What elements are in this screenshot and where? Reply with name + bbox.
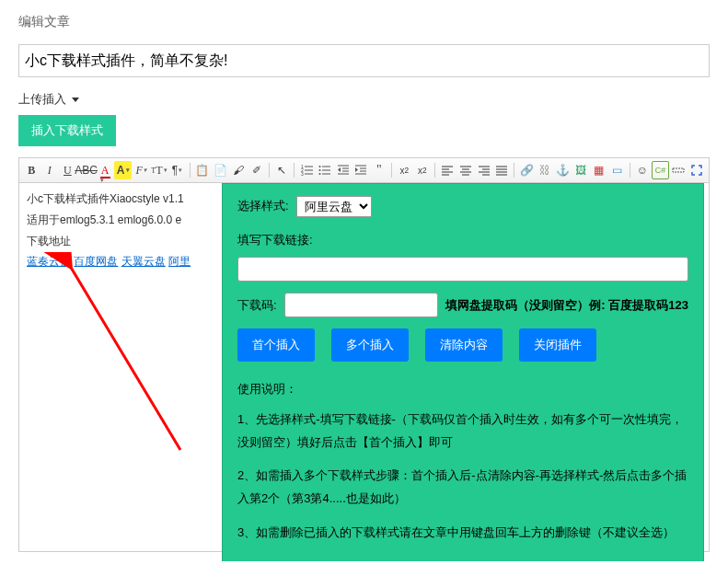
bold-icon[interactable]: B	[23, 161, 40, 179]
align-center-icon[interactable]	[457, 161, 475, 179]
ordered-list-icon[interactable]: 123	[298, 161, 316, 179]
annotation-arrow	[38, 252, 203, 464]
multi-insert-button[interactable]: 多个插入	[331, 328, 409, 362]
editor-toolbar: B I U ABC A A F TT ¶ 📋 📄 🖌 ✐ ↖ 123 " x2 …	[19, 158, 709, 183]
svg-line-39	[70, 266, 180, 450]
italic-icon[interactable]: I	[41, 161, 59, 179]
smiley-icon[interactable]: ☺	[634, 161, 652, 179]
first-insert-button[interactable]: 首个插入	[237, 328, 315, 362]
font-family-icon[interactable]: F	[133, 161, 150, 179]
style-select[interactable]: 阿里云盘	[296, 196, 372, 217]
svg-marker-21	[355, 167, 358, 172]
instructions-heading: 使用说明：	[237, 378, 688, 401]
upload-insert-label: 上传插入	[18, 91, 66, 108]
anchor-icon[interactable]: ⚓	[554, 161, 572, 179]
paragraph-format-icon[interactable]: ¶	[168, 161, 186, 179]
close-plugin-button[interactable]: 关闭插件	[519, 328, 596, 362]
download-link[interactable]: 蓝奏云盘	[27, 255, 71, 268]
superscript-icon[interactable]: x2	[396, 161, 413, 179]
rich-text-editor: B I U ABC A A F TT ¶ 📋 📄 🖌 ✐ ↖ 123 " x2 …	[18, 157, 710, 552]
code-input-label: 下载码:	[237, 294, 277, 317]
media-icon[interactable]: ▭	[608, 161, 626, 179]
paste-icon[interactable]: 📋	[194, 161, 212, 179]
pagebreak-icon[interactable]	[670, 161, 688, 179]
font-color-icon[interactable]: A	[97, 161, 114, 179]
outdent-icon[interactable]	[334, 161, 352, 179]
page-title: 编辑文章	[18, 9, 710, 44]
style-select-label: 选择样式:	[237, 195, 289, 218]
download-link-input[interactable]	[237, 257, 688, 282]
subscript-icon[interactable]: x2	[414, 161, 432, 179]
paste-word-icon[interactable]: 📄	[212, 161, 229, 179]
instruction-item: 1、先选择样式-填写下载链接-（下载码仅首个插入时生效，如有多个可一次性填完，没…	[237, 409, 688, 454]
font-size-icon[interactable]: TT	[151, 161, 168, 179]
blockquote-icon[interactable]: "	[371, 161, 388, 179]
download-style-modal: 选择样式: 阿里云盘 填写下载链接: 下载码: 填网盘提取码（没则留空）例: 百…	[222, 183, 704, 561]
instruction-item: 3、如需删除已插入的下载样式请在文章中用键盘回车上方的删除键（不建议全选）	[237, 522, 688, 545]
instructions-block: 使用说明： 1、先选择样式-填写下载链接-（下载码仅首个插入时生效，如有多个可一…	[237, 378, 688, 544]
link-icon[interactable]: 🔗	[518, 161, 536, 179]
code-hint-text: 填网盘提取码（没则留空）例: 百度提取码123	[445, 294, 688, 317]
image-icon[interactable]: 🖼	[572, 161, 590, 179]
chevron-down-icon	[72, 98, 79, 102]
upload-insert-dropdown[interactable]: 上传插入	[18, 91, 710, 108]
download-link[interactable]: 天翼云盘	[121, 255, 166, 268]
download-code-input[interactable]	[284, 293, 439, 317]
svg-text:3: 3	[301, 171, 304, 177]
svg-rect-38	[673, 168, 684, 172]
strikethrough-icon[interactable]: ABC	[77, 161, 96, 179]
download-link[interactable]: 阿里	[168, 255, 191, 268]
svg-point-11	[319, 173, 321, 175]
flash-icon[interactable]: ▦	[591, 161, 608, 179]
svg-marker-16	[338, 167, 341, 172]
article-title-input[interactable]	[18, 44, 710, 77]
link-input-label: 填写下载链接:	[237, 229, 313, 252]
cursor-icon[interactable]: ↖	[273, 161, 291, 179]
unlink-icon[interactable]: ⛓	[537, 161, 554, 179]
align-left-icon[interactable]	[439, 161, 456, 179]
unordered-list-icon[interactable]	[317, 161, 334, 179]
clear-format-icon[interactable]: ✐	[248, 161, 265, 179]
align-right-icon[interactable]	[475, 161, 492, 179]
insert-download-style-button[interactable]: 插入下载样式	[18, 115, 116, 146]
align-justify-icon[interactable]	[493, 161, 511, 179]
instruction-item: 2、如需插入多个下载样式步骤：首个插入后-点清除内容-再选择样式-然后点击多个插…	[237, 465, 688, 510]
fullscreen-icon[interactable]	[688, 161, 706, 179]
highlight-icon[interactable]: A	[114, 161, 132, 179]
brush-icon[interactable]: 🖌	[230, 161, 248, 179]
clear-content-button[interactable]: 清除内容	[425, 328, 503, 362]
editor-content-area[interactable]: 小c下载样式插件Xiaocstyle v1.1 适用于emlog5.3.1 em…	[19, 183, 709, 551]
svg-point-9	[319, 166, 321, 167]
underline-icon[interactable]: U	[59, 161, 76, 179]
download-link[interactable]: 百度网盘	[74, 255, 118, 268]
indent-icon[interactable]	[352, 161, 370, 179]
svg-point-10	[319, 169, 321, 171]
insert-file-icon[interactable]: C#	[652, 161, 669, 179]
